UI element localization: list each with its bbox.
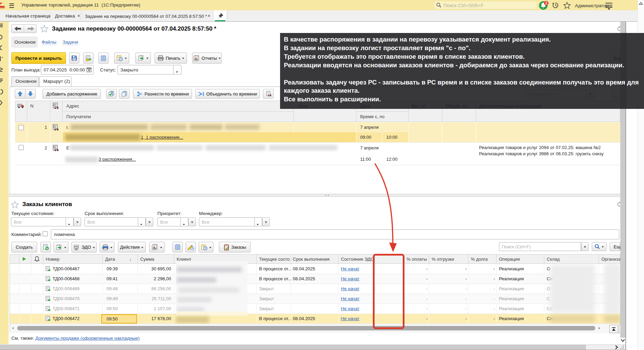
svg-text:2: 2 — [545, 1, 547, 5]
